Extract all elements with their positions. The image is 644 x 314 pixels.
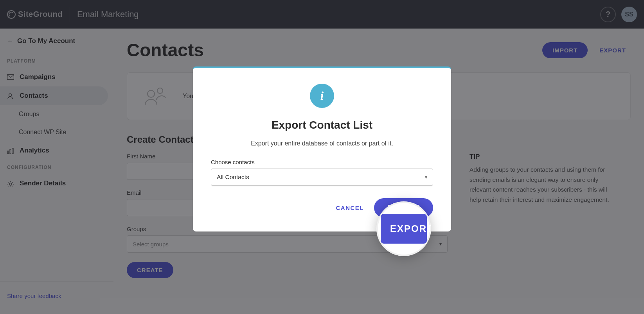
modal-title: Export Contact List <box>272 119 372 131</box>
choose-contacts-label: Choose contacts <box>211 159 433 165</box>
modal-cancel-button[interactable]: CANCEL <box>333 200 366 216</box>
choose-contacts-select[interactable]: All Contacts ▾ <box>211 169 433 186</box>
choose-contacts-field: Choose contacts All Contacts ▾ <box>211 159 433 186</box>
selected-option: All Contacts <box>217 174 249 181</box>
modal-description: Export your entire database of contacts … <box>251 140 393 147</box>
modal-export-button[interactable]: EXPORT <box>374 198 433 217</box>
chevron-down-icon: ▾ <box>425 174 427 180</box>
modal-actions: CANCEL EXPORT <box>333 198 433 217</box>
modal-overlay[interactable]: i Export Contact List Export your entire… <box>0 0 644 314</box>
info-icon: i <box>310 84 334 108</box>
export-modal: i Export Contact List Export your entire… <box>193 66 451 231</box>
